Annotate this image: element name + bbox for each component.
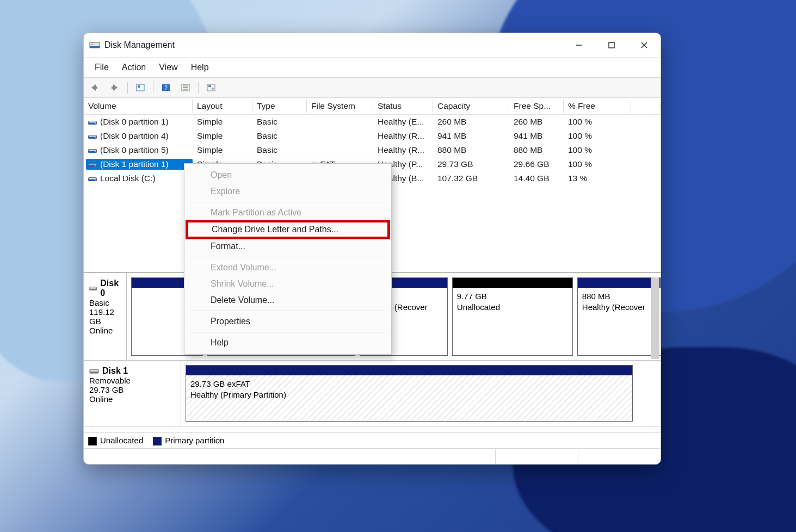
titlebar: Disk Management	[84, 33, 661, 58]
svg-rect-12	[138, 85, 140, 88]
cell-pct: 100 %	[564, 131, 631, 141]
back-button[interactable]	[87, 80, 103, 95]
cell-free: 260 MB	[509, 116, 564, 127]
volume-name: (Disk 1 partition 1)	[100, 159, 169, 169]
col-free[interactable]: Free Sp...	[509, 100, 564, 113]
volume-name: (Disk 0 partition 5)	[100, 145, 169, 154]
cm-open: Open	[184, 167, 391, 183]
volume-name: (Disk 0 partition 4)	[100, 131, 169, 140]
disk-row: Disk 1Removable29.73 GBOnline29.73 GB ex…	[84, 361, 661, 426]
legend-primary: Primary partition	[153, 436, 224, 446]
cell-capacity: 260 MB	[433, 116, 509, 127]
highlight-box: Change Drive Letter and Paths...	[186, 220, 390, 239]
cell-fs	[307, 135, 373, 137]
cm-change-drive-letter[interactable]: Change Drive Letter and Paths...	[188, 222, 387, 237]
menu-view[interactable]: View	[152, 60, 184, 75]
svg-rect-38	[90, 289, 97, 290]
properties-icon[interactable]	[203, 80, 219, 95]
cell-fs	[307, 121, 373, 122]
legend: Unallocated Primary partition	[84, 432, 661, 448]
col-fs[interactable]: File System	[307, 100, 373, 113]
cell-type: Basic	[252, 131, 307, 141]
cell-status: Healthy (R...	[373, 145, 433, 156]
svg-rect-19	[207, 84, 215, 91]
cell-type: Basic	[252, 116, 307, 127]
cm-shrink: Shrink Volume...	[184, 276, 391, 292]
col-pct[interactable]: % Free	[564, 100, 631, 113]
partition[interactable]: 29.73 GB exFATHealthy (Primary Partition…	[186, 365, 633, 422]
col-volume[interactable]: Volume	[84, 100, 193, 113]
partition[interactable]: 9.77 GBUnallocated	[452, 277, 573, 356]
cell-free: 14.40 GB	[509, 173, 564, 184]
cell-free: 29.66 GB	[509, 159, 564, 170]
disk-management-icon	[89, 40, 100, 50]
cell-free: 880 MB	[509, 145, 564, 156]
svg-point-30	[95, 151, 96, 152]
cell-capacity: 941 MB	[433, 131, 509, 141]
cell-layout: Simple	[193, 131, 252, 141]
refresh-icon[interactable]	[132, 80, 149, 95]
cell-layout: Simple	[193, 116, 252, 127]
cell-pct: 13 %	[564, 173, 631, 184]
svg-point-36	[95, 180, 96, 181]
disk-label[interactable]: Disk 0Basic119.12 GBOnline	[84, 273, 127, 360]
cm-mark-active: Mark Partition as Active	[184, 205, 391, 221]
table-row[interactable]: (Disk 0 partition 5)SimpleBasicHealthy (…	[84, 143, 661, 157]
svg-point-33	[95, 165, 96, 166]
svg-point-27	[95, 137, 96, 138]
svg-rect-1	[90, 46, 100, 48]
col-capacity[interactable]: Capacity	[433, 100, 509, 113]
svg-marker-7	[91, 84, 96, 91]
cm-help[interactable]: Help	[184, 335, 391, 351]
maximize-button[interactable]	[595, 33, 628, 57]
cell-fs	[307, 150, 373, 151]
volume-column-headers[interactable]: Volume Layout Type File System Status Ca…	[84, 98, 661, 115]
cell-free: 941 MB	[509, 131, 564, 141]
cell-pct: 100 %	[564, 145, 631, 156]
help-icon[interactable]: ?	[158, 80, 174, 95]
minimize-button[interactable]	[563, 33, 595, 57]
menu-file[interactable]: File	[88, 60, 115, 75]
cell-status: Healthy (E...	[373, 116, 433, 127]
cm-format[interactable]: Format...	[184, 238, 391, 255]
col-layout[interactable]: Layout	[193, 100, 252, 113]
volume-name: (Disk 0 partition 1)	[100, 117, 169, 126]
menu-action[interactable]: Action	[115, 60, 152, 75]
cell-capacity: 880 MB	[433, 145, 509, 156]
svg-rect-8	[95, 86, 97, 89]
partition[interactable]: 880 MBHealthy (Recover	[577, 277, 661, 356]
table-row[interactable]: (Disk 0 partition 1)SimpleBasicHealthy (…	[84, 115, 661, 129]
col-status[interactable]: Status	[373, 100, 433, 113]
menubar: File Action View Help	[84, 58, 661, 78]
table-row[interactable]: (Disk 0 partition 4)SimpleBasicHealthy (…	[84, 129, 661, 143]
cell-pct: 100 %	[564, 116, 631, 127]
toolbar: ?	[84, 78, 661, 98]
cell-layout: Simple	[193, 145, 252, 156]
volume-name: Local Disk (C:)	[100, 174, 156, 183]
disk-partitions: 29.73 GB exFATHealthy (Primary Partition…	[181, 361, 661, 426]
disk-label[interactable]: Disk 1Removable29.73 GBOnline	[84, 361, 181, 426]
svg-rect-40	[90, 372, 98, 373]
cm-properties[interactable]: Properties	[184, 313, 391, 330]
svg-point-24	[95, 123, 96, 124]
cm-delete[interactable]: Delete Volume...	[184, 292, 391, 308]
legend-unallocated: Unallocated	[88, 436, 143, 446]
forward-button[interactable]	[107, 80, 123, 95]
svg-point-21	[212, 88, 214, 90]
col-type[interactable]: Type	[252, 100, 307, 113]
svg-rect-4	[609, 42, 614, 48]
cell-type: Basic	[252, 145, 307, 156]
window-title: Disk Management	[104, 40, 175, 50]
svg-text:?: ?	[164, 85, 168, 91]
close-button[interactable]	[628, 33, 661, 57]
scrollbar[interactable]	[651, 277, 659, 359]
settings-list-icon[interactable]	[177, 80, 194, 95]
cell-pct: 100 %	[564, 159, 631, 170]
svg-marker-9	[113, 84, 118, 91]
cm-explore: Explore	[184, 183, 391, 200]
menu-help[interactable]: Help	[184, 60, 215, 75]
svg-rect-20	[208, 85, 211, 87]
cm-extend: Extend Volume...	[184, 259, 391, 276]
svg-rect-2	[91, 44, 94, 45]
cell-capacity: 29.73 GB	[433, 159, 509, 170]
